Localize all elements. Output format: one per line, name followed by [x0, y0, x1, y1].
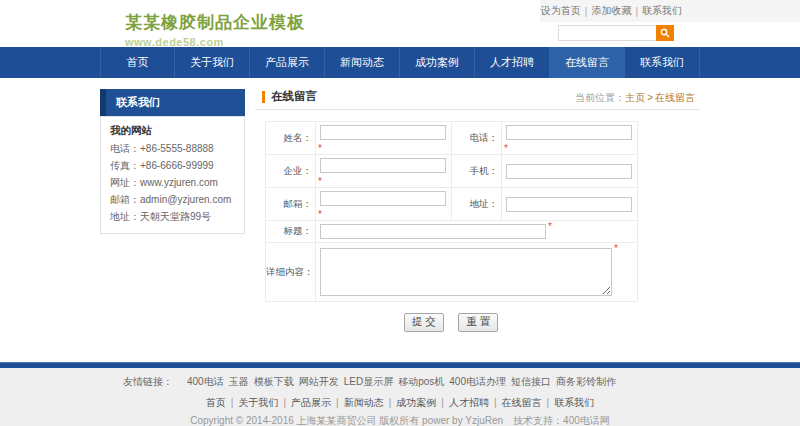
- footer-nav-separator: |: [441, 397, 444, 408]
- footer-nav-message[interactable]: 在线留言: [502, 397, 542, 408]
- friend-link[interactable]: 移动pos机: [398, 376, 444, 387]
- contact-phone-value: +86-5555-88888: [140, 143, 214, 154]
- friend-link[interactable]: 400电话: [187, 376, 224, 387]
- subject-label: 标题：: [266, 221, 316, 243]
- footer: 友情链接：400电话玉器模板下载网站开发LED显示屏移动pos机400电话办理短…: [0, 368, 800, 426]
- breadcrumb-current: 在线留言: [655, 92, 695, 103]
- footer-nav-about[interactable]: 关于我们: [238, 397, 278, 408]
- friend-link[interactable]: 模板下载: [254, 376, 294, 387]
- nav-item-news[interactable]: 新闻动态: [325, 47, 400, 78]
- required-mark: *: [548, 221, 552, 232]
- nav-item-home[interactable]: 首页: [100, 47, 175, 78]
- set-homepage-link[interactable]: 设为首页: [541, 4, 581, 18]
- contact-address-line: 地址：天朝天堂路99号: [110, 210, 235, 224]
- contact-address-label: 地址：: [110, 211, 140, 222]
- nav-item-about[interactable]: 关于我们: [175, 47, 250, 78]
- friend-link[interactable]: 网站开发: [299, 376, 339, 387]
- site-logo[interactable]: 某某橡胶制品企业模板 www.dede58.com: [125, 11, 305, 48]
- address-input[interactable]: [506, 197, 632, 212]
- form-buttons: 提 交 重 置: [265, 311, 637, 332]
- title-accent-bar: [262, 91, 265, 103]
- subject-input[interactable]: [320, 224, 546, 239]
- contact-us-link[interactable]: 联系我们: [642, 4, 682, 18]
- mobile-label: 手机：: [452, 155, 502, 188]
- phone-input[interactable]: [506, 125, 632, 140]
- search-box: [558, 25, 674, 41]
- add-favorite-link[interactable]: 添加收藏: [591, 4, 631, 18]
- sidebar-contact-box: 我的网站 电话：+86-5555-88888 传真：+86-6666-99999…: [100, 116, 245, 234]
- contact-website-line: 网址：www.yzjuren.com: [110, 176, 235, 190]
- main-nav: 首页 关于我们 产品展示 新闻动态 成功案例 人才招聘 在线留言 联系我们: [0, 47, 800, 78]
- friend-link[interactable]: 商务彩铃制作: [556, 376, 616, 387]
- footer-nav-separator: |: [283, 397, 286, 408]
- required-mark: *: [318, 143, 322, 154]
- footer-nav-contact[interactable]: 联系我们: [554, 397, 594, 408]
- name-label: 姓名：: [266, 122, 316, 155]
- nav-item-contact[interactable]: 联系我们: [625, 47, 700, 78]
- contact-address-value: 天朝天堂路99号: [140, 211, 211, 222]
- form-row: 姓名： * 电话： *: [266, 122, 638, 155]
- contact-email-line: 邮箱：admin@yzjuren.com: [110, 193, 235, 207]
- contact-fax-line: 传真：+86-6666-99999: [110, 159, 235, 173]
- message-form: 姓名： * 电话： * 企业： * 手机： 邮箱： * 地址： 标题： * 详细…: [265, 121, 638, 302]
- footer-nav-home[interactable]: 首页: [206, 397, 226, 408]
- form-row: 详细内容： *: [266, 243, 638, 302]
- contact-phone-line: 电话：+86-5555-88888: [110, 142, 235, 156]
- section-header: 在线留言 当前位置：主页>在线留言: [255, 88, 700, 110]
- nav-item-cases[interactable]: 成功案例: [400, 47, 475, 78]
- footer-nav-separator: |: [389, 397, 392, 408]
- email-input[interactable]: [320, 191, 446, 206]
- message-label: 详细内容：: [266, 243, 316, 302]
- topbar-separator: |: [635, 6, 638, 17]
- phone-label: 电话：: [452, 122, 502, 155]
- company-label: 企业：: [266, 155, 316, 188]
- friend-links-label: 友情链接：: [123, 376, 173, 387]
- main-content: 在线留言 当前位置：主页>在线留言 姓名： * 电话： * 企业： * 手机： …: [255, 88, 700, 332]
- search-icon: [660, 28, 670, 38]
- company-input[interactable]: [320, 158, 446, 173]
- nav-item-jobs[interactable]: 人才招聘: [475, 47, 550, 78]
- required-mark: *: [614, 243, 618, 254]
- footer-nav-separator: |: [336, 397, 339, 408]
- topbar-separator: |: [585, 6, 588, 17]
- friend-link[interactable]: 400电话办理: [449, 376, 506, 387]
- search-input[interactable]: [558, 25, 656, 41]
- friend-link[interactable]: 短信接口: [511, 376, 551, 387]
- nav-item-message[interactable]: 在线留言: [550, 47, 625, 78]
- contact-fax-label: 传真：: [110, 160, 140, 171]
- friend-links-row: 友情链接：400电话玉器模板下载网站开发LED显示屏移动pos机400电话办理短…: [0, 368, 800, 389]
- address-label: 地址：: [452, 188, 502, 221]
- sidebar-title: 联系我们: [100, 89, 245, 116]
- footer-nav-jobs[interactable]: 人才招聘: [449, 397, 489, 408]
- mobile-input[interactable]: [506, 164, 632, 179]
- breadcrumb: 当前位置：主页>在线留言: [575, 91, 695, 105]
- breadcrumb-separator: >: [647, 92, 653, 103]
- message-textarea[interactable]: [320, 248, 612, 296]
- copyright: Copyright © 2014-2016 上海某某商贸公司 版权所有 powe…: [0, 414, 800, 426]
- footer-nav-products[interactable]: 产品展示: [291, 397, 331, 408]
- footer-nav-news[interactable]: 新闻动态: [344, 397, 384, 408]
- name-input[interactable]: [320, 125, 446, 140]
- footer-nav-separator: |: [231, 397, 234, 408]
- contact-email-label: 邮箱：: [110, 194, 140, 205]
- footer-nav-separator: |: [494, 397, 497, 408]
- breadcrumb-home-link[interactable]: 主页: [625, 92, 645, 103]
- form-row: 标题： *: [266, 221, 638, 243]
- email-label: 邮箱：: [266, 188, 316, 221]
- reset-button[interactable]: 重 置: [458, 313, 498, 332]
- contact-website-label: 网址：: [110, 177, 140, 188]
- submit-button[interactable]: 提 交: [404, 313, 444, 332]
- contact-email-value: admin@yzjuren.com: [140, 194, 231, 205]
- friend-link[interactable]: LED显示屏: [344, 376, 393, 387]
- topbar: 设为首页 | 添加收藏 | 联系我们: [540, 0, 800, 22]
- nav-item-products[interactable]: 产品展示: [250, 47, 325, 78]
- footer-nav-cases[interactable]: 成功案例: [396, 397, 436, 408]
- required-mark: *: [318, 176, 322, 187]
- search-button[interactable]: [656, 25, 674, 41]
- logo-title: 某某橡胶制品企业模板: [125, 11, 305, 34]
- footer-nav: 首页|关于我们|产品展示|新闻动态|成功案例|人才招聘|在线留言|联系我们: [0, 396, 800, 410]
- breadcrumb-prefix: 当前位置：: [575, 92, 625, 103]
- required-mark: *: [504, 143, 508, 154]
- footer-nav-separator: |: [547, 397, 550, 408]
- friend-link[interactable]: 玉器: [229, 376, 249, 387]
